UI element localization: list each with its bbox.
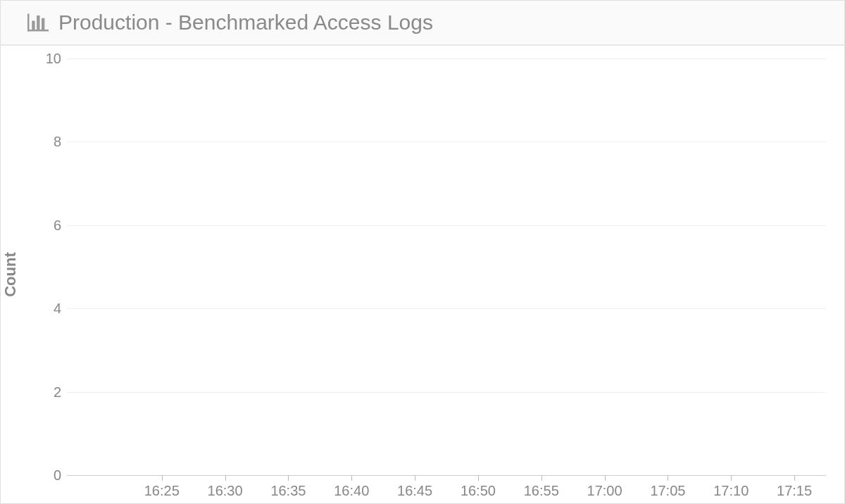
x-tick-label: 16:35 <box>270 483 306 499</box>
chart-area: Count 024681016:2516:3016:3516:4016:4516… <box>1 46 844 503</box>
x-tick-mark <box>351 475 352 481</box>
y-axis-label: Count <box>1 252 20 297</box>
bar-chart-icon <box>27 13 49 32</box>
x-tick-mark <box>162 475 163 481</box>
x-tick-mark <box>542 475 542 481</box>
x-tick-label: 17:10 <box>713 483 749 499</box>
svg-rect-1 <box>27 30 49 32</box>
y-tick-label: 0 <box>36 467 61 484</box>
chart-plot[interactable]: 024681016:2516:3016:3516:4016:4516:5016:… <box>67 58 826 475</box>
x-tick-label: 16:30 <box>208 483 243 499</box>
y-tick-label: 8 <box>36 134 61 150</box>
bars-container <box>67 58 826 475</box>
x-tick-label: 16:55 <box>524 483 559 499</box>
panel-title: Production - Benchmarked Access Logs <box>58 11 433 34</box>
x-tick-label: 16:45 <box>397 483 432 499</box>
x-tick-mark <box>668 475 668 481</box>
y-tick-label: 2 <box>36 384 61 400</box>
svg-rect-0 <box>27 14 30 32</box>
x-tick-label: 17:00 <box>587 483 622 499</box>
y-tick-label: 10 <box>36 51 61 67</box>
svg-rect-4 <box>42 18 44 30</box>
x-tick-mark <box>478 475 479 481</box>
svg-rect-3 <box>37 15 39 30</box>
dashboard-panel: Production - Benchmarked Access Logs Cou… <box>0 0 845 504</box>
x-tick-mark <box>225 475 226 481</box>
panel-header: Production - Benchmarked Access Logs <box>1 1 844 46</box>
x-tick-mark <box>288 475 289 481</box>
x-tick-label: 16:25 <box>144 483 180 499</box>
svg-rect-2 <box>32 21 35 30</box>
x-tick-mark <box>731 475 732 481</box>
x-tick-label: 17:15 <box>777 483 812 499</box>
x-tick-label: 17:05 <box>650 483 685 499</box>
x-tick-label: 16:40 <box>334 483 369 499</box>
x-axis-line <box>67 475 826 476</box>
x-tick-mark <box>415 475 415 481</box>
x-tick-label: 16:50 <box>461 483 496 499</box>
y-tick-label: 6 <box>36 217 61 233</box>
x-tick-mark <box>794 475 795 481</box>
x-tick-mark <box>605 475 606 481</box>
y-tick-label: 4 <box>36 301 61 317</box>
